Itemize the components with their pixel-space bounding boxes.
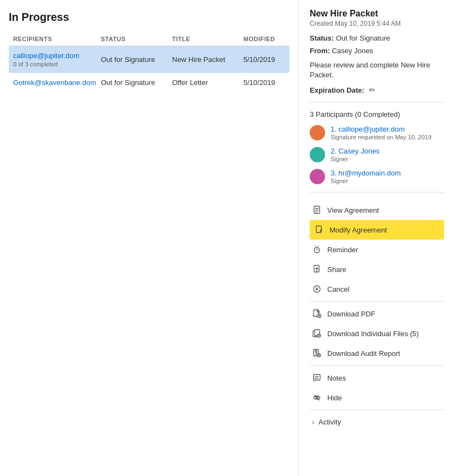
participants-header: 3 Participants (0 Completed) xyxy=(310,110,444,118)
pdf-icon xyxy=(312,309,322,319)
recipient-cell: Gotrek@skavenbane.dom xyxy=(13,78,101,87)
share-label: Share xyxy=(327,265,346,274)
activity-label: Activity xyxy=(318,418,341,426)
participant-name: 3. hr@mydomain.dom xyxy=(331,169,401,177)
left-panel: In Progress RECIPIENTS STATUS TITLE MODI… xyxy=(0,0,299,476)
detail-title: New Hire Packet xyxy=(310,9,444,19)
table-header: RECIPIENTS STATUS TITLE MODIFIED xyxy=(9,32,289,46)
participant-name: 1. calliope@jupiter.dom xyxy=(331,125,431,133)
from-value: Casey Jones xyxy=(332,47,373,55)
notes-action[interactable]: Notes xyxy=(310,368,444,388)
audit-icon xyxy=(312,348,322,358)
view-agreement-label: View Agreement xyxy=(327,206,379,214)
status-value: Out for Signature xyxy=(336,34,390,42)
svg-line-9 xyxy=(315,246,316,246)
cancel-icon xyxy=(312,284,322,294)
hide-action[interactable]: Hide xyxy=(310,388,444,407)
modify-agreement-label: Modify Agreement xyxy=(329,226,387,234)
status-cell: Out for Signature xyxy=(101,55,172,64)
modified-cell: 5/10/2019 xyxy=(243,55,298,64)
table-row[interactable]: calliope@jupiter.dom 0 of 3 completed Ou… xyxy=(9,46,289,73)
detail-message: Please review and complete New Hire Pack… xyxy=(310,60,444,80)
title-cell: Offer Letter xyxy=(172,78,243,87)
avatar xyxy=(310,147,325,162)
download-audit-action[interactable]: Download Audit Report xyxy=(310,343,444,363)
participant-sub: Signer xyxy=(331,156,380,162)
from-label: From: xyxy=(310,47,330,55)
divider-2 xyxy=(310,192,444,192)
divider-1 xyxy=(310,102,444,103)
detail-status-row: Status: Out for Signature xyxy=(310,34,444,42)
hide-icon xyxy=(312,393,322,403)
cancel-action[interactable]: Cancel xyxy=(310,279,444,299)
status-label: Status: xyxy=(310,34,334,42)
hide-label: Hide xyxy=(327,394,342,402)
edit-document-icon xyxy=(314,225,324,235)
participant-info: 1. calliope@jupiter.dom Signature reques… xyxy=(331,125,431,140)
col-recipients: RECIPIENTS xyxy=(13,36,101,42)
col-status: STATUS xyxy=(101,36,172,42)
action-divider-2 xyxy=(310,365,444,366)
table-row[interactable]: Gotrek@skavenbane.dom Out for Signature … xyxy=(9,73,289,92)
recipient-sub: 0 of 3 completed xyxy=(13,61,101,67)
notes-label: Notes xyxy=(327,374,346,382)
title-cell: New Hire Packet xyxy=(172,55,243,64)
participant-name: 2. Casey Jones xyxy=(331,147,380,155)
download-pdf-action[interactable]: Download PDF xyxy=(310,304,444,324)
recipient-cell: calliope@jupiter.dom 0 of 3 completed xyxy=(13,52,101,67)
action-divider xyxy=(310,301,444,302)
detail-expiration: Expiration Date: ✏ xyxy=(310,86,444,94)
download-individual-action[interactable]: Download Individual Files (5) xyxy=(310,324,444,343)
detail-created: Created May 10, 2019 5:44 AM xyxy=(310,20,444,27)
files-icon xyxy=(312,328,322,338)
participant-item: 1. calliope@jupiter.dom Signature reques… xyxy=(310,125,444,140)
share-action[interactable]: Share xyxy=(310,259,444,279)
download-audit-label: Download Audit Report xyxy=(327,349,400,358)
page-title: In Progress xyxy=(9,11,289,24)
reminder-label: Reminder xyxy=(327,246,358,254)
download-pdf-label: Download PDF xyxy=(327,310,375,318)
modified-cell: 5/10/2019 xyxy=(243,78,298,87)
detail-from-row: From: Casey Jones xyxy=(310,47,444,55)
participant-item: 2. Casey Jones Signer xyxy=(310,147,444,162)
download-individual-label: Download Individual Files (5) xyxy=(327,330,419,338)
clock-icon xyxy=(312,245,322,254)
view-agreement-action[interactable]: View Agreement xyxy=(310,200,444,220)
activity-action[interactable]: › Activity xyxy=(310,412,444,432)
status-cell: Out for Signature xyxy=(101,78,172,87)
chevron-right-icon: › xyxy=(312,418,314,426)
svg-rect-32 xyxy=(314,375,320,380)
recipient-email: Gotrek@skavenbane.dom xyxy=(13,78,101,87)
col-modified: MODIFIED xyxy=(243,36,298,42)
col-title: TITLE xyxy=(172,36,243,42)
participant-info: 2. Casey Jones Signer xyxy=(331,147,380,162)
modify-agreement-action[interactable]: Modify Agreement xyxy=(310,220,444,240)
svg-rect-26 xyxy=(315,350,317,352)
document-icon xyxy=(312,205,322,215)
recipient-email: calliope@jupiter.dom xyxy=(13,52,101,60)
notes-icon xyxy=(312,373,322,383)
reminder-action[interactable]: Reminder xyxy=(310,240,444,259)
avatar xyxy=(310,125,325,140)
avatar xyxy=(310,169,325,184)
action-divider-3 xyxy=(310,410,444,410)
participant-info: 3. hr@mydomain.dom Signer xyxy=(331,169,401,184)
edit-expiration-icon[interactable]: ✏ xyxy=(369,86,376,94)
svg-line-10 xyxy=(318,246,318,246)
participant-item: 3. hr@mydomain.dom Signer xyxy=(310,169,444,184)
cancel-label: Cancel xyxy=(327,285,349,293)
participant-sub: Signature requested on May 10, 2019 xyxy=(331,134,431,140)
participant-sub: Signer xyxy=(331,178,401,184)
expiration-label: Expiration Date: xyxy=(310,86,365,94)
right-panel: New Hire Packet Created May 10, 2019 5:4… xyxy=(299,0,455,476)
share-icon xyxy=(312,264,322,274)
